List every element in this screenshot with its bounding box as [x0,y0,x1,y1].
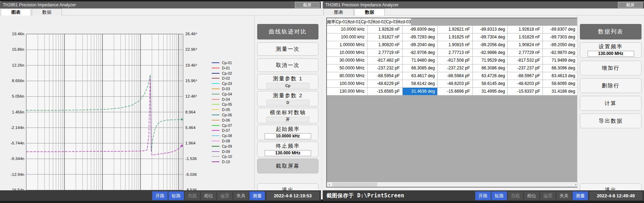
table-cell[interactable]: -817.508 pF [438,57,473,64]
table-cell[interactable]: -88.5984 pF [438,72,473,80]
table-cell[interactable]: 100.000 kHz [327,33,367,41]
table-cell[interactable]: 1.90815 nF [438,41,473,49]
table-cell[interactable]: -89.2050 deg [543,41,578,49]
table-cell[interactable]: -89.2056 deg [473,41,508,49]
cp-end-marker [181,118,183,120]
table-cell[interactable]: -15.6696 pF [438,88,473,96]
table-cell[interactable]: 1.92621 nF [438,26,473,33]
add-row-button[interactable]: 增加行 [580,61,642,75]
measure-param2-button[interactable]: 测量参数 2 D [257,91,318,106]
capture-screen-button[interactable]: 截取屏幕 [257,159,318,173]
screenshot-button[interactable]: 截屏 [618,2,643,8]
legend-color-swatch [212,99,219,100]
table-cell[interactable]: -89.2040 deg [403,41,438,49]
table-cell[interactable]: 1.91829 nF [508,33,543,41]
table-cell[interactable]: 2.77719 nF [367,49,403,57]
table-cell[interactable]: -82.9706 deg [403,49,438,57]
table-cell[interactable]: 63.4726 deg [473,72,508,80]
table-cell[interactable]: -237.232 pF [367,64,403,72]
table-cell[interactable]: -89.8309 deg [403,26,438,33]
cancel-once-button[interactable]: 取消一次 [257,59,318,72]
table-cell[interactable]: 71.9529 deg [473,57,508,64]
tab-data[interactable]: 数据 [32,8,62,16]
table-cell[interactable]: -82.9866 deg [473,49,508,57]
tab-data[interactable]: 数据 [354,8,385,16]
scroll-left-icon[interactable]: ‹ [327,182,332,187]
table-cell[interactable]: 66.3085 deg [403,64,438,72]
table-cell[interactable]: -89.8307 deg [543,26,578,33]
table-cell[interactable]: 63.4613 deg [543,72,578,80]
table-cell[interactable]: -89.7293 deg [403,33,438,41]
table-cell[interactable]: -89.7304 deg [473,33,508,41]
table-cell[interactable]: 80.0000 MHz [327,72,367,80]
log-axis-button[interactable]: 横坐标对数轴 开 [257,108,318,123]
table-cell[interactable]: 63.4617 deg [403,72,438,80]
table-cell[interactable]: -89.8313 deg [473,26,508,33]
status-badge: 开路 [152,191,168,200]
table-cell[interactable]: 66.3096 deg [543,64,578,72]
table-cell[interactable]: 1.92628 nF [367,26,403,33]
scroll-thumb[interactable] [332,183,377,186]
table-cell[interactable]: 58.6142 deg [403,80,438,88]
table-cell[interactable]: 71.9499 deg [543,57,578,64]
table-cell[interactable]: 1.91825 nF [438,33,473,41]
table-cell[interactable]: 1.91827 nF [367,33,403,41]
screenshot-button[interactable]: 截屏 [295,2,320,8]
table-cell[interactable]: -237.232 pF [438,64,473,72]
table-cell[interactable]: 31.4186 deg [543,88,578,96]
table-cell[interactable]: 31.4636 deg [403,88,438,96]
plot-area[interactable] [26,34,183,190]
table-cell[interactable]: -89.7303 deg [543,33,578,41]
table-cell[interactable]: -237.237 pF [508,64,543,72]
table-cell[interactable]: 1.90820 nF [367,41,403,49]
calculate-button[interactable]: 计算 [580,96,642,111]
table-cell[interactable]: -15.6337 pF [508,88,543,96]
horizontal-scrollbar[interactable]: ‹ › [327,182,578,187]
table-cell[interactable]: 1.00000 MHz [327,41,367,49]
table-cell[interactable]: 2.77713 nF [438,49,473,57]
table-cell[interactable]: 58.6145 deg [473,80,508,88]
table-cell[interactable]: 66.3086 deg [473,64,508,72]
set-frequency-button[interactable]: 设置频率 130.000 MHz [580,42,642,58]
table-cell[interactable]: 100.000 MHz [327,80,367,88]
table-cell[interactable]: 31.4995 deg [473,88,508,96]
table-cell[interactable]: 10.0000 MHz [327,49,367,57]
table-cell[interactable]: -48.6203 pF [508,80,543,88]
table-cell[interactable]: 50.0000 MHz [327,64,367,72]
set-frequency-input[interactable]: 130.000 MHz [588,51,634,57]
table-cell[interactable]: 30.0000 MHz [327,57,367,64]
measure-param1-button[interactable]: 测量参数 1 Cp [257,74,318,90]
delete-row-button[interactable]: 删除行 [580,78,642,93]
log-axis-value[interactable]: 开 [266,117,309,122]
tab-chart[interactable]: 图表 [323,8,354,16]
start-frequency-input[interactable]: 10.0000 kHz [265,133,311,139]
table-cell[interactable]: 58.6095 deg [543,80,578,88]
measure-param1-value[interactable]: Cp [266,83,309,88]
table-cell[interactable]: 1.92618 nF [508,26,543,33]
table-row: 10.0000 kHz 1.92628 nF -89.8309 deg 1.92… [327,26,578,33]
measure-once-button[interactable]: 测量一次 [257,42,318,56]
measure-param2-value[interactable]: D [266,100,309,105]
table-cell[interactable]: 130.000 MHz [327,88,367,96]
table-cell[interactable]: -817.482 pF [367,57,403,64]
table-cell[interactable]: -817.532 pF [508,57,543,64]
y-axis-tick: -1.536 [184,156,212,161]
table-cell[interactable]: -82.9870 deg [543,49,578,57]
table-cell[interactable]: -88.5954 pF [367,72,403,80]
table-cell[interactable]: 10.0000 kHz [327,26,367,33]
stop-frequency-input[interactable]: 130.000 MHz [265,150,311,156]
legend-item: Cp-10 [212,154,253,159]
table-cell[interactable]: -15.6565 pF [367,88,403,96]
stop-frequency-button[interactable]: 终止频率 130.000 MHz [257,142,318,157]
table-cell[interactable]: -48.6229 pF [367,80,403,88]
table-cell[interactable]: 2.77729 nF [508,49,543,57]
legend-color-swatch [212,146,219,147]
tab-chart[interactable]: 图表 [1,8,31,16]
start-frequency-button[interactable]: 起始频率 10.0000 kHz [257,125,318,140]
table-cell[interactable]: 71.9480 deg [403,57,438,64]
tabbar: 图表 数据 [0,8,321,16]
table-cell[interactable]: 1.90824 nF [508,41,543,49]
export-data-button[interactable]: 导出数据 [580,113,642,128]
table-cell[interactable]: -88.5967 pF [508,72,543,80]
table-cell[interactable]: -48.6203 pF [438,80,473,88]
